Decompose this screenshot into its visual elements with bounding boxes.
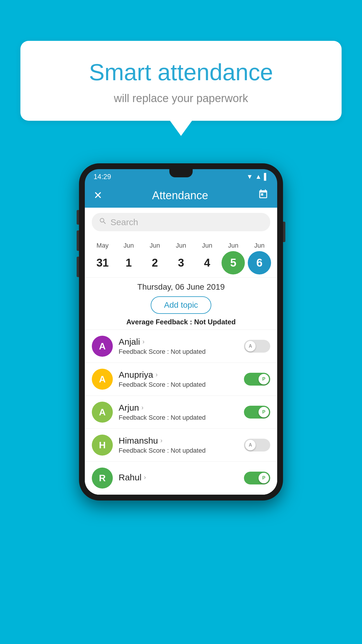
volume-up-button bbox=[77, 210, 79, 225]
month-label-5: Jun bbox=[222, 242, 245, 249]
student-info-arjun: Arjun › Feedback Score : Not updated bbox=[119, 403, 238, 421]
signal-icon: ▲ bbox=[255, 173, 262, 181]
app-header: ✕ Attendance bbox=[85, 183, 277, 208]
toggle-knob-rahul: P bbox=[259, 473, 269, 483]
month-row: May Jun Jun Jun Jun Jun Jun bbox=[89, 242, 273, 249]
feedback-arjun: Feedback Score : Not updated bbox=[119, 414, 238, 421]
add-topic-button[interactable]: Add topic bbox=[151, 296, 212, 314]
toggle-knob-anjali: A bbox=[245, 341, 256, 351]
toggle-off-himanshu[interactable]: A bbox=[244, 439, 270, 452]
battery-icon: ▌ bbox=[264, 173, 268, 181]
close-button[interactable]: ✕ bbox=[94, 189, 102, 202]
chevron-anupriya: › bbox=[155, 371, 157, 379]
chevron-anjali: › bbox=[142, 338, 144, 346]
chevron-arjun: › bbox=[141, 404, 143, 412]
avatar-rahul: R bbox=[92, 468, 113, 489]
silent-button bbox=[77, 257, 79, 277]
toggle-knob-himanshu: A bbox=[245, 440, 256, 450]
phone-screen: ✕ Attendance Search bbox=[85, 183, 277, 495]
toggle-rahul[interactable]: P bbox=[244, 472, 270, 484]
student-name-himanshu: Himanshu › bbox=[119, 436, 238, 446]
date-2[interactable]: 2 bbox=[143, 251, 166, 274]
date-info-section: Thursday, 06 June 2019 Add topic Average… bbox=[85, 277, 277, 330]
student-info-anjali: Anjali › Feedback Score : Not updated bbox=[119, 337, 238, 356]
screen-title: Attendance bbox=[152, 189, 208, 202]
month-label-3: Jun bbox=[169, 242, 193, 249]
avg-feedback-value: Not Updated bbox=[194, 318, 236, 326]
student-item-arjun[interactable]: A Arjun › Feedback Score : Not updated bbox=[85, 396, 277, 428]
date-6-selected[interactable]: 6 bbox=[248, 251, 271, 274]
avatar-arjun: A bbox=[92, 402, 113, 423]
phone-container: 14:29 ▼ ▲ ▌ ✕ Attendance bbox=[20, 163, 342, 501]
chevron-rahul: › bbox=[144, 474, 146, 481]
student-item-anjali[interactable]: A Anjali › Feedback Score : Not updated bbox=[85, 330, 277, 363]
calendar-icon[interactable] bbox=[258, 189, 268, 202]
bubble-title: Smart attendance bbox=[38, 58, 324, 86]
student-name-arjun: Arjun › bbox=[119, 403, 238, 413]
student-info-himanshu: Himanshu › Feedback Score : Not updated bbox=[119, 436, 238, 454]
speech-bubble: Smart attendance will replace your paper… bbox=[20, 41, 342, 121]
date-31[interactable]: 31 bbox=[91, 251, 114, 274]
date-3[interactable]: 3 bbox=[169, 251, 193, 274]
bubble-subtitle: will replace your paperwork bbox=[38, 92, 324, 105]
student-item-anupriya[interactable]: A Anupriya › Feedback Score : Not update… bbox=[85, 363, 277, 396]
toggle-on-rahul[interactable]: P bbox=[244, 472, 270, 484]
selected-date-text: Thursday, 06 June 2019 bbox=[91, 282, 271, 292]
avg-feedback: Average Feedback : Not Updated bbox=[91, 318, 271, 326]
toggle-knob-anupriya: P bbox=[259, 374, 269, 384]
student-name-anupriya: Anupriya › bbox=[119, 370, 238, 380]
toggle-anupriya[interactable]: P bbox=[244, 373, 270, 386]
phone: 14:29 ▼ ▲ ▌ ✕ Attendance bbox=[79, 163, 283, 501]
month-label-6: Jun bbox=[248, 242, 271, 249]
student-name-rahul: Rahul › bbox=[119, 473, 238, 482]
date-1[interactable]: 1 bbox=[117, 251, 140, 274]
chevron-himanshu: › bbox=[160, 437, 162, 444]
feedback-himanshu: Feedback Score : Not updated bbox=[119, 447, 238, 454]
feedback-anupriya: Feedback Score : Not updated bbox=[119, 381, 238, 388]
student-item-rahul[interactable]: R Rahul › P bbox=[85, 461, 277, 495]
avatar-anupriya: A bbox=[92, 369, 113, 390]
status-icons: ▼ ▲ ▌ bbox=[247, 173, 268, 181]
toggle-himanshu[interactable]: A bbox=[244, 439, 270, 452]
month-label-2: Jun bbox=[143, 242, 166, 249]
feedback-anjali: Feedback Score : Not updated bbox=[119, 348, 238, 356]
power-button bbox=[283, 222, 285, 242]
student-info-rahul: Rahul › bbox=[119, 473, 238, 484]
search-bar[interactable]: Search bbox=[92, 213, 270, 231]
toggle-knob-arjun: P bbox=[259, 407, 269, 417]
month-label-4: Jun bbox=[196, 242, 219, 249]
toggle-on-anupriya[interactable]: P bbox=[244, 373, 270, 386]
search-container: Search bbox=[85, 208, 277, 237]
avg-feedback-label: Average Feedback : bbox=[126, 318, 192, 326]
student-item-himanshu[interactable]: H Himanshu › Feedback Score : Not update… bbox=[85, 428, 277, 461]
toggle-off-anjali[interactable]: A bbox=[244, 340, 270, 353]
student-name-anjali: Anjali › bbox=[119, 337, 238, 347]
status-time: 14:29 bbox=[94, 173, 111, 181]
date-row: 31 1 2 3 4 5 6 bbox=[89, 251, 273, 274]
phone-notch bbox=[169, 169, 193, 177]
avatar-himanshu: H bbox=[92, 435, 113, 456]
search-icon bbox=[99, 217, 107, 227]
date-5-today[interactable]: 5 bbox=[222, 251, 245, 274]
student-info-anupriya: Anupriya › Feedback Score : Not updated bbox=[119, 370, 238, 388]
volume-down-button bbox=[77, 230, 79, 251]
month-label-1: Jun bbox=[117, 242, 140, 249]
toggle-anjali[interactable]: A bbox=[244, 340, 270, 353]
calendar-strip: May Jun Jun Jun Jun Jun Jun 31 1 2 3 4 5… bbox=[85, 237, 277, 277]
date-4[interactable]: 4 bbox=[196, 251, 219, 274]
search-placeholder: Search bbox=[110, 217, 138, 227]
toggle-on-arjun[interactable]: P bbox=[244, 406, 270, 419]
speech-bubble-container: Smart attendance will replace your paper… bbox=[20, 41, 342, 121]
avatar-anjali: A bbox=[92, 336, 113, 357]
toggle-arjun[interactable]: P bbox=[244, 406, 270, 419]
wifi-icon: ▼ bbox=[247, 173, 253, 181]
student-list: A Anjali › Feedback Score : Not updated bbox=[85, 330, 277, 495]
month-label-0: May bbox=[91, 242, 114, 249]
